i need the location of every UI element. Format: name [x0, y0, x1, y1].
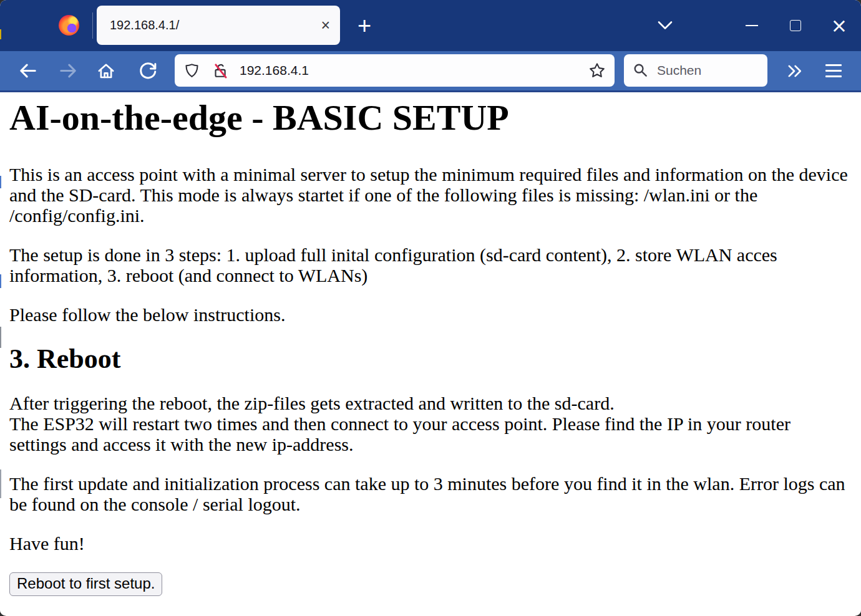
- search-icon: [633, 62, 649, 79]
- page-title: AI-on-the-edge - BASIC SETUP: [9, 98, 849, 138]
- tab-title: 192.168.4.1/: [110, 18, 179, 32]
- have-fun-text: Have fun!: [9, 533, 849, 554]
- intro-paragraph-3: Please follow the below instructions.: [9, 304, 849, 325]
- left-edge-artifact: [0, 176, 1, 188]
- search-bar[interactable]: [624, 54, 767, 87]
- hamburger-menu-icon: [825, 64, 842, 77]
- reboot-button[interactable]: Reboot to first setup.: [9, 572, 162, 596]
- home-button[interactable]: [94, 51, 118, 90]
- home-icon: [96, 61, 116, 81]
- left-edge-artifact: [0, 274, 1, 288]
- back-button[interactable]: [15, 51, 40, 90]
- chevron-down-icon: [656, 19, 674, 32]
- app-menu-button[interactable]: [819, 51, 849, 90]
- browser-window: 192.168.4.1/ × + ×: [0, 0, 861, 616]
- url-input[interactable]: [238, 62, 588, 79]
- tab-separator: [92, 12, 93, 39]
- page-content: AI-on-the-edge - BASIC SETUP This is an …: [0, 92, 861, 615]
- reboot-paragraph-1: After triggering the reboot, the zip-fil…: [9, 393, 849, 455]
- reboot-paragraph-2: The first update and initialization proc…: [9, 473, 849, 514]
- close-window-button[interactable]: ×: [817, 0, 861, 51]
- toolbar-overflow-button[interactable]: [781, 51, 807, 90]
- minimize-button[interactable]: [730, 0, 774, 51]
- intro-paragraph-1: This is an access point with a minimal s…: [9, 164, 849, 226]
- arrow-right-icon: [58, 60, 79, 81]
- search-input[interactable]: [656, 62, 759, 79]
- close-icon: ×: [831, 16, 848, 36]
- forward-button[interactable]: [56, 51, 80, 90]
- maximize-icon: [790, 20, 801, 31]
- left-edge-artifact: [0, 29, 1, 39]
- window-controls: ×: [730, 0, 861, 51]
- plus-icon: +: [358, 12, 371, 39]
- list-tabs-button[interactable]: [653, 0, 678, 51]
- tracking-protection-shield-icon[interactable]: [183, 62, 200, 79]
- section-heading-reboot: 3. Reboot: [9, 344, 849, 374]
- maximize-button[interactable]: [774, 0, 817, 51]
- insecure-connection-lock-icon[interactable]: [212, 62, 229, 79]
- url-bar[interactable]: [175, 54, 615, 87]
- reload-button[interactable]: [135, 51, 159, 90]
- minimize-icon: [746, 25, 758, 26]
- browser-titlebar: 192.168.4.1/ × + ×: [0, 0, 861, 51]
- reboot-paragraph-line-2: The ESP32 will restart two times and the…: [9, 413, 790, 455]
- firefox-logo-icon: [59, 15, 79, 36]
- browser-navbar: [0, 51, 861, 92]
- double-chevron-right-icon: [785, 63, 804, 79]
- bookmark-star-icon[interactable]: [588, 62, 606, 79]
- reboot-paragraph-line-1: After triggering the reboot, the zip-fil…: [9, 393, 615, 413]
- left-edge-artifact: [0, 327, 1, 348]
- tab-close-icon[interactable]: ×: [321, 17, 330, 33]
- reload-icon: [137, 60, 158, 81]
- left-edge-artifact: [0, 469, 1, 498]
- arrow-left-icon: [17, 60, 38, 81]
- new-tab-button[interactable]: +: [351, 0, 378, 51]
- browser-tab[interactable]: 192.168.4.1/ ×: [97, 6, 340, 45]
- intro-paragraph-2: The setup is done in 3 steps: 1. upload …: [9, 244, 849, 286]
